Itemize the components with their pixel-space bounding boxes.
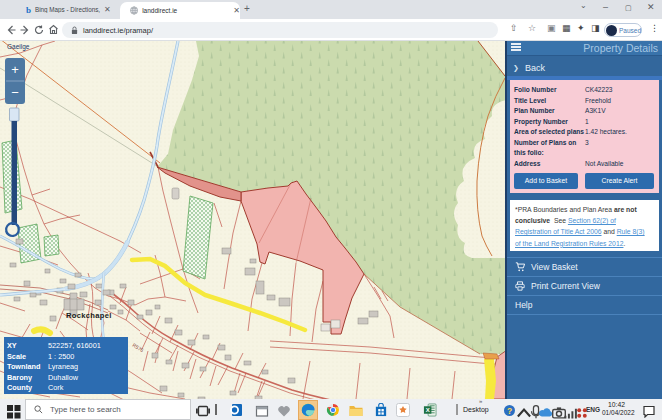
svg-text:?: ? <box>507 406 512 416</box>
svg-text:−: − <box>11 85 19 100</box>
svg-text:Gaeilge: Gaeilge <box>7 43 30 51</box>
svg-text:X: X <box>426 407 430 413</box>
svg-text:+: + <box>11 62 19 77</box>
svg-text:Rockchapel: Rockchapel <box>66 311 112 320</box>
